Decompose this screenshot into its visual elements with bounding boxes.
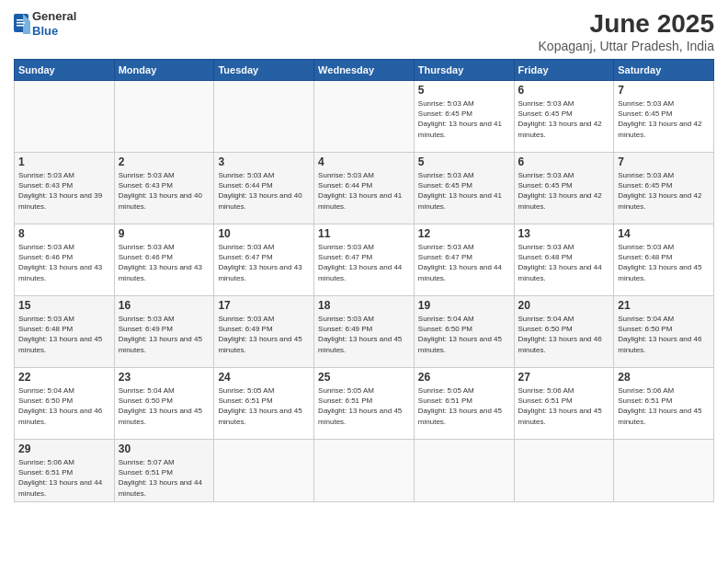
calendar-cell — [114, 81, 214, 153]
header: General Blue June 2025 Kopaganj, Uttar P… — [14, 9, 714, 53]
day-number: 16 — [119, 299, 210, 312]
day-number: 11 — [318, 227, 410, 240]
calendar-cell: 7 Sunrise: 5:03 AM Sunset: 6:45 PM Dayli… — [614, 81, 714, 153]
day-info: Sunrise: 5:03 AM Sunset: 6:45 PM Dayligh… — [518, 98, 610, 140]
calendar-cell: 2 Sunrise: 5:03 AM Sunset: 6:43 PM Dayli… — [114, 153, 214, 224]
col-friday: Friday — [514, 60, 614, 81]
col-wednesday: Wednesday — [314, 60, 415, 81]
calendar-cell: 27 Sunrise: 5:06 AM Sunset: 6:51 PM Dayl… — [514, 368, 614, 440]
day-number: 14 — [618, 227, 710, 240]
day-info: Sunrise: 5:06 AM Sunset: 6:51 PM Dayligh… — [518, 385, 610, 427]
logo: General Blue — [14, 9, 76, 38]
calendar-cell: 12 Sunrise: 5:03 AM Sunset: 6:47 PM Dayl… — [414, 224, 514, 296]
calendar-cell: 4 Sunrise: 5:03 AM Sunset: 6:44 PM Dayli… — [314, 153, 415, 224]
calendar-table: Sunday Monday Tuesday Wednesday Thursday… — [14, 59, 714, 502]
day-number: 20 — [518, 299, 610, 312]
day-number: 6 — [518, 155, 610, 168]
day-info: Sunrise: 5:03 AM Sunset: 6:47 PM Dayligh… — [418, 242, 510, 283]
page: General Blue June 2025 Kopaganj, Uttar P… — [0, 0, 728, 563]
logo-general-text: General — [32, 9, 76, 24]
calendar-cell: 21 Sunrise: 5:04 AM Sunset: 6:50 PM Dayl… — [614, 296, 714, 368]
day-number: 10 — [218, 227, 310, 240]
day-info: Sunrise: 5:03 AM Sunset: 6:43 PM Dayligh… — [18, 170, 110, 212]
day-info: Sunrise: 5:03 AM Sunset: 6:46 PM Dayligh… — [119, 242, 210, 283]
calendar-cell: 5 Sunrise: 5:03 AM Sunset: 6:45 PM Dayli… — [414, 153, 514, 224]
day-number: 28 — [618, 371, 710, 384]
calendar-cell — [314, 440, 415, 502]
calendar-cell: 6 Sunrise: 5:03 AM Sunset: 6:45 PM Dayli… — [514, 81, 614, 153]
calendar-cell: 15 Sunrise: 5:03 AM Sunset: 6:48 PM Dayl… — [15, 296, 115, 368]
calendar-cell: 26 Sunrise: 5:05 AM Sunset: 6:51 PM Dayl… — [414, 368, 514, 440]
day-number: 9 — [119, 227, 210, 240]
day-number: 27 — [518, 371, 610, 384]
day-info: Sunrise: 5:03 AM Sunset: 6:43 PM Dayligh… — [119, 170, 210, 212]
calendar-cell: 22 Sunrise: 5:04 AM Sunset: 6:50 PM Dayl… — [15, 368, 115, 440]
day-info: Sunrise: 5:03 AM Sunset: 6:45 PM Dayligh… — [418, 170, 510, 212]
calendar-cell: 25 Sunrise: 5:05 AM Sunset: 6:51 PM Dayl… — [314, 368, 415, 440]
day-number: 12 — [418, 227, 510, 240]
day-info: Sunrise: 5:03 AM Sunset: 6:46 PM Dayligh… — [18, 242, 110, 283]
day-info: Sunrise: 5:06 AM Sunset: 6:51 PM Dayligh… — [618, 385, 710, 427]
day-number: 8 — [18, 227, 110, 240]
col-saturday: Saturday — [614, 60, 714, 81]
day-number: 7 — [618, 155, 710, 168]
calendar-cell — [214, 440, 314, 502]
day-info: Sunrise: 5:03 AM Sunset: 6:47 PM Dayligh… — [318, 242, 410, 283]
day-number: 17 — [218, 299, 310, 312]
day-info: Sunrise: 5:03 AM Sunset: 6:45 PM Dayligh… — [618, 98, 710, 140]
day-info: Sunrise: 5:03 AM Sunset: 6:44 PM Dayligh… — [318, 170, 410, 212]
day-info: Sunrise: 5:03 AM Sunset: 6:49 PM Dayligh… — [318, 314, 410, 355]
calendar-cell: 5 Sunrise: 5:03 AM Sunset: 6:45 PM Dayli… — [414, 81, 514, 153]
day-info: Sunrise: 5:04 AM Sunset: 6:50 PM Dayligh… — [119, 385, 210, 427]
calendar-cell: 24 Sunrise: 5:05 AM Sunset: 6:51 PM Dayl… — [214, 368, 314, 440]
day-info: Sunrise: 5:03 AM Sunset: 6:45 PM Dayligh… — [618, 170, 710, 212]
month-title: June 2025 — [539, 9, 714, 39]
svg-rect-4 — [17, 25, 24, 27]
col-thursday: Thursday — [414, 60, 514, 81]
calendar-cell: 28 Sunrise: 5:06 AM Sunset: 6:51 PM Dayl… — [614, 368, 714, 440]
calendar-cell: 9 Sunrise: 5:03 AM Sunset: 6:46 PM Dayli… — [114, 224, 214, 296]
calendar-cell — [214, 81, 314, 153]
calendar-cell: 19 Sunrise: 5:04 AM Sunset: 6:50 PM Dayl… — [414, 296, 514, 368]
day-info: Sunrise: 5:04 AM Sunset: 6:50 PM Dayligh… — [518, 314, 610, 355]
day-number: 3 — [218, 155, 310, 168]
calendar-cell: 8 Sunrise: 5:03 AM Sunset: 6:46 PM Dayli… — [15, 224, 115, 296]
day-info: Sunrise: 5:03 AM Sunset: 6:49 PM Dayligh… — [218, 314, 310, 355]
calendar-cell: 18 Sunrise: 5:03 AM Sunset: 6:49 PM Dayl… — [314, 296, 415, 368]
title-section: June 2025 Kopaganj, Uttar Pradesh, India — [539, 9, 714, 53]
calendar-cell: 13 Sunrise: 5:03 AM Sunset: 6:48 PM Dayl… — [514, 224, 614, 296]
day-number: 29 — [18, 442, 110, 455]
calendar-cell — [514, 440, 614, 502]
day-info: Sunrise: 5:03 AM Sunset: 6:48 PM Dayligh… — [18, 314, 110, 355]
day-number: 30 — [119, 442, 210, 455]
svg-rect-2 — [17, 19, 23, 21]
svg-rect-3 — [17, 22, 25, 24]
calendar-cell: 6 Sunrise: 5:03 AM Sunset: 6:45 PM Dayli… — [514, 153, 614, 224]
day-info: Sunrise: 5:03 AM Sunset: 6:48 PM Dayligh… — [518, 242, 610, 283]
logo-blue-text: Blue — [32, 24, 76, 39]
day-info: Sunrise: 5:05 AM Sunset: 6:51 PM Dayligh… — [418, 385, 510, 427]
calendar-cell: 3 Sunrise: 5:03 AM Sunset: 6:44 PM Dayli… — [214, 153, 314, 224]
day-number: 1 — [18, 155, 110, 168]
day-info: Sunrise: 5:04 AM Sunset: 6:50 PM Dayligh… — [418, 314, 510, 355]
calendar-cell: 10 Sunrise: 5:03 AM Sunset: 6:47 PM Dayl… — [214, 224, 314, 296]
logo-text: General Blue — [32, 9, 76, 38]
day-number: 22 — [18, 371, 110, 384]
day-number: 24 — [218, 371, 310, 384]
col-tuesday: Tuesday — [214, 60, 314, 81]
calendar-cell: 1 Sunrise: 5:03 AM Sunset: 6:43 PM Dayli… — [15, 153, 115, 224]
day-number: 5 — [418, 155, 510, 168]
day-info: Sunrise: 5:03 AM Sunset: 6:45 PM Dayligh… — [418, 98, 510, 140]
day-info: Sunrise: 5:03 AM Sunset: 6:44 PM Dayligh… — [218, 170, 310, 212]
day-number: 2 — [119, 155, 210, 168]
calendar-cell — [15, 81, 115, 153]
day-info: Sunrise: 5:05 AM Sunset: 6:51 PM Dayligh… — [318, 385, 410, 427]
day-info: Sunrise: 5:06 AM Sunset: 6:51 PM Dayligh… — [18, 457, 110, 499]
day-number: 4 — [318, 155, 410, 168]
day-info: Sunrise: 5:03 AM Sunset: 6:48 PM Dayligh… — [618, 242, 710, 283]
calendar-cell — [614, 440, 714, 502]
calendar-cell: 20 Sunrise: 5:04 AM Sunset: 6:50 PM Dayl… — [514, 296, 614, 368]
day-info: Sunrise: 5:04 AM Sunset: 6:50 PM Dayligh… — [618, 314, 710, 355]
col-sunday: Sunday — [15, 60, 115, 81]
day-number: 5 — [418, 84, 510, 97]
